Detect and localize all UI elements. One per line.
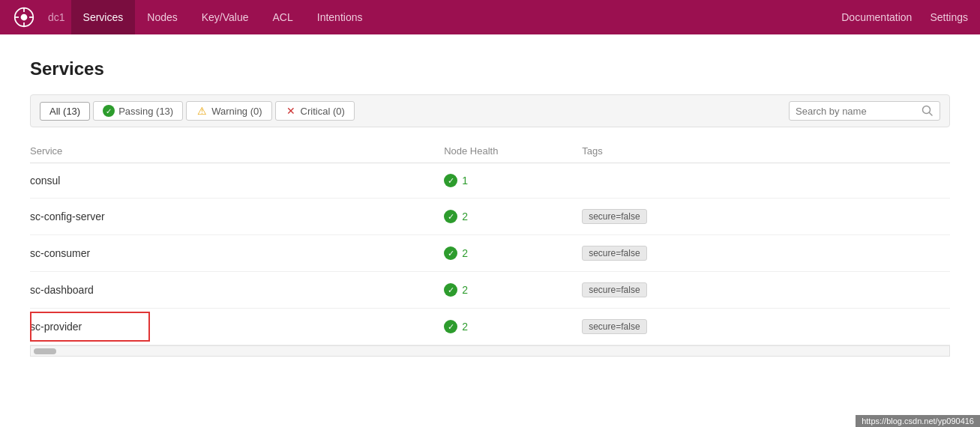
search-area <box>789 101 940 121</box>
filter-all-btn[interactable]: All (13) <box>40 102 90 121</box>
health-check-icon: ✓ <box>444 246 457 260</box>
health-count: 2 <box>462 211 468 222</box>
documentation-link[interactable]: Documentation <box>841 11 912 23</box>
table-row[interactable]: consul ✓ 1 <box>30 163 950 199</box>
service-name-cell: sc-consumer <box>30 235 444 272</box>
health-check-icon: ✓ <box>444 283 457 297</box>
tags-cell: secure=false <box>582 272 950 309</box>
consul-logo <box>12 5 36 29</box>
filter-bar: All (13) ✓ Passing (13) ⚠ Warning (0) ✕ … <box>30 94 950 127</box>
tag-badge: secure=false <box>582 246 646 261</box>
filter-passing-btn[interactable]: ✓ Passing (13) <box>93 101 183 121</box>
dc-label: dc1 <box>48 11 65 23</box>
nav-services[interactable]: Services <box>71 0 136 34</box>
main-content: Services All (13) ✓ Passing (13) ⚠ Warni… <box>0 34 980 372</box>
health-count: 2 <box>462 321 468 333</box>
health-check-icon: ✓ <box>444 174 457 187</box>
settings-link[interactable]: Settings <box>930 11 968 23</box>
tags-cell <box>582 163 950 199</box>
tag-badge: secure=false <box>582 282 646 297</box>
nav-nodes[interactable]: Nodes <box>135 0 189 34</box>
tags-cell: secure=false <box>582 309 950 345</box>
table-row[interactable]: sc-dashboard ✓ 2 secure=false <box>30 272 950 309</box>
service-name-cell: sc-provider <box>30 309 444 345</box>
service-name: sc-provider <box>30 321 82 333</box>
passing-icon: ✓ <box>103 105 115 117</box>
filter-warning-label: Warning (0) <box>211 106 262 117</box>
service-name-cell: consul <box>30 163 444 199</box>
tag-badge: secure=false <box>582 209 646 224</box>
services-table: Service Node Health Tags consul ✓ 1 sc-c… <box>30 139 950 345</box>
tags-cell: secure=false <box>582 199 950 235</box>
health-count: 2 <box>462 247 468 259</box>
service-name: sc-config-server <box>30 211 105 222</box>
filter-warning-btn[interactable]: ⚠ Warning (0) <box>186 101 271 121</box>
col-header-tags: Tags <box>582 139 950 163</box>
health-count: 1 <box>462 175 468 187</box>
col-header-service: Service <box>30 139 444 163</box>
health-cell: ✓ 2 <box>444 272 582 309</box>
table-row[interactable]: sc-config-server ✓ 2 secure=false <box>30 199 950 235</box>
nav-links: Services Nodes Key/Value ACL Intentions <box>71 0 375 34</box>
navbar: dc1 Services Nodes Key/Value ACL Intenti… <box>0 0 980 34</box>
search-icon[interactable] <box>922 105 934 117</box>
tags-cell: secure=false <box>582 235 950 272</box>
svg-point-1 <box>21 14 28 21</box>
tag-badge: secure=false <box>582 319 646 334</box>
nav-acl[interactable]: ACL <box>261 0 305 34</box>
page-title: Services <box>30 58 950 79</box>
service-name-cell: sc-dashboard <box>30 272 444 309</box>
table-row[interactable]: sc-provider ✓ 2 secure=false <box>30 309 950 345</box>
filter-critical-label: Critical (0) <box>301 106 345 117</box>
filter-critical-btn[interactable]: ✕ Critical (0) <box>275 101 355 121</box>
navbar-right: Documentation Settings <box>841 11 968 23</box>
service-name: consul <box>30 175 60 187</box>
nav-intentions[interactable]: Intentions <box>305 0 375 34</box>
critical-icon: ✕ <box>285 105 297 117</box>
health-check-icon: ✓ <box>444 320 457 333</box>
service-name: sc-dashboard <box>30 284 94 296</box>
health-count: 2 <box>462 284 468 296</box>
health-cell: ✓ 2 <box>444 235 582 272</box>
nav-keyvalue[interactable]: Key/Value <box>190 0 261 34</box>
horizontal-scrollbar[interactable] <box>30 346 950 357</box>
col-header-health: Node Health <box>444 139 582 163</box>
health-check-icon: ✓ <box>444 210 457 223</box>
health-cell: ✓ 1 <box>444 163 582 199</box>
filter-passing-label: Passing (13) <box>118 106 173 117</box>
search-input[interactable] <box>796 106 922 117</box>
svg-line-7 <box>930 113 933 116</box>
services-table-wrapper: Service Node Health Tags consul ✓ 1 sc-c… <box>30 139 950 346</box>
warning-icon: ⚠ <box>196 105 208 117</box>
health-cell: ✓ 2 <box>444 199 582 235</box>
table-row[interactable]: sc-consumer ✓ 2 secure=false <box>30 235 950 272</box>
health-cell: ✓ 2 <box>444 309 582 345</box>
service-name: sc-consumer <box>30 247 90 259</box>
service-name-cell: sc-config-server <box>30 199 444 235</box>
